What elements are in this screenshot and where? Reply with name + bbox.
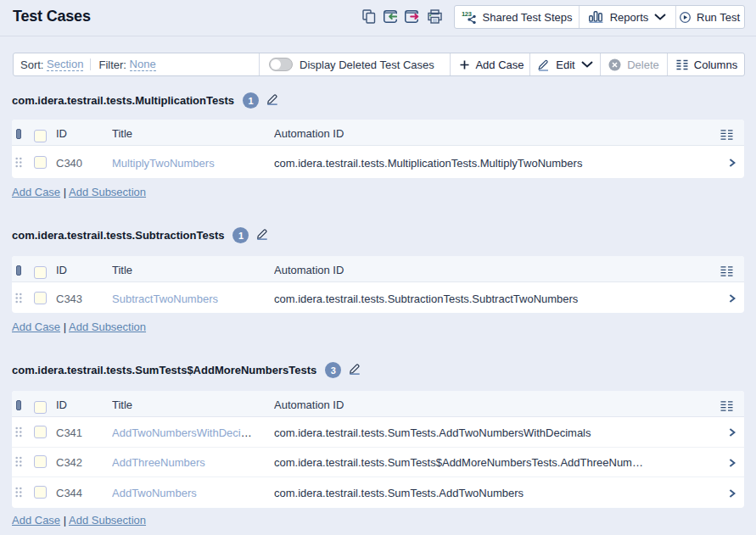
svg-text:123: 123	[462, 10, 472, 18]
